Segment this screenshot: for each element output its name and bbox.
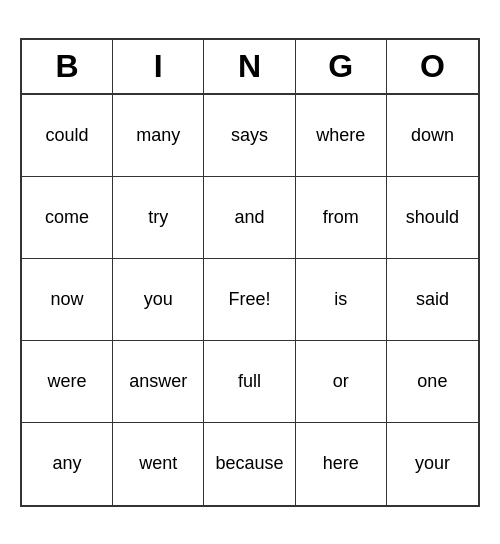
header-b: B: [22, 40, 113, 93]
cell-11[interactable]: you: [113, 259, 204, 341]
cell-0[interactable]: could: [22, 95, 113, 177]
cell-20[interactable]: any: [22, 423, 113, 505]
cell-2[interactable]: says: [204, 95, 295, 177]
cell-4[interactable]: down: [387, 95, 478, 177]
header-o: O: [387, 40, 478, 93]
bingo-card: B I N G O could many says where down com…: [20, 38, 480, 507]
cell-24[interactable]: your: [387, 423, 478, 505]
cell-5[interactable]: come: [22, 177, 113, 259]
cell-12-free[interactable]: Free!: [204, 259, 295, 341]
cell-18[interactable]: or: [296, 341, 387, 423]
cell-22[interactable]: because: [204, 423, 295, 505]
cell-13[interactable]: is: [296, 259, 387, 341]
cell-10[interactable]: now: [22, 259, 113, 341]
cell-19[interactable]: one: [387, 341, 478, 423]
header-i: I: [113, 40, 204, 93]
bingo-grid: could many says where down come try and …: [22, 95, 478, 505]
cell-23[interactable]: here: [296, 423, 387, 505]
cell-7[interactable]: and: [204, 177, 295, 259]
cell-15[interactable]: were: [22, 341, 113, 423]
cell-9[interactable]: should: [387, 177, 478, 259]
cell-6[interactable]: try: [113, 177, 204, 259]
cell-21[interactable]: went: [113, 423, 204, 505]
bingo-header: B I N G O: [22, 40, 478, 95]
cell-8[interactable]: from: [296, 177, 387, 259]
cell-17[interactable]: full: [204, 341, 295, 423]
header-n: N: [204, 40, 295, 93]
header-g: G: [296, 40, 387, 93]
cell-3[interactable]: where: [296, 95, 387, 177]
cell-16[interactable]: answer: [113, 341, 204, 423]
cell-1[interactable]: many: [113, 95, 204, 177]
cell-14[interactable]: said: [387, 259, 478, 341]
